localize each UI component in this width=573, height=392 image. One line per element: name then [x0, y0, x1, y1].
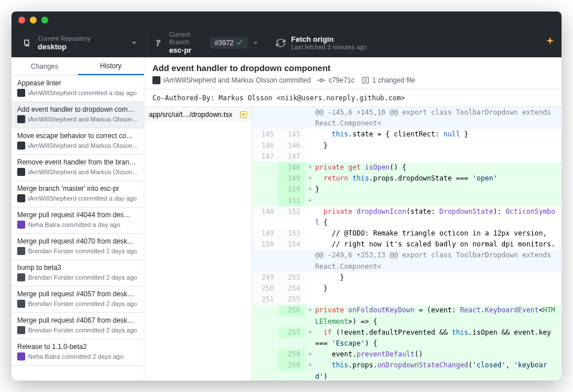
line-number-old: 148	[252, 206, 278, 217]
avatar	[17, 326, 25, 334]
titlebar	[11, 11, 562, 29]
commit-item-title: bump to beta3	[17, 264, 138, 272]
commit-item[interactable]: bump to beta3Brendan Forster committed 2…	[11, 260, 144, 287]
file-modified-icon	[240, 111, 247, 118]
commit-item[interactable]: Move escape behavior to correct co…iAmWi…	[11, 128, 144, 155]
avatar	[17, 273, 25, 281]
avatar	[17, 352, 25, 360]
sync-icon	[276, 38, 285, 48]
commit-item-meta: Brendan Forster committed 2 days ago	[28, 327, 137, 334]
commit-body: Co-Authored-By: Markus Olsson <niik@user…	[144, 89, 562, 107]
commit-item[interactable]: Merge pull request #4067 from desk…Brend…	[11, 313, 144, 339]
avatar	[17, 115, 25, 123]
chevron-down-icon	[131, 40, 137, 46]
avatar	[17, 194, 25, 202]
commit-item-meta: iAmWillShepherd and Markus Olsson…	[28, 168, 138, 175]
commit-item-meta: iAmWillShepherd and Markus Olsson…	[28, 142, 138, 149]
tab-history[interactable]: History	[78, 57, 144, 75]
commit-item[interactable]: Merge pull request #4070 from desk…Brend…	[11, 234, 144, 260]
diff-line: 148152 private dropdownIcon(state: Dropd…	[252, 206, 562, 228]
diff-marker: +	[305, 184, 315, 195]
diff-line: 146146 }	[252, 140, 562, 151]
avatar	[17, 168, 25, 176]
commit-item[interactable]: Merge pull request #4044 from des…Neha B…	[11, 207, 144, 234]
line-number-old: 147	[252, 151, 278, 162]
commit-item-meta: Neha Batra committed a day ago	[28, 221, 120, 228]
chevron-down-icon	[253, 40, 258, 46]
diff-code: return this.props.dropdownState === 'ope…	[315, 173, 562, 184]
window-minimize-button[interactable]	[30, 17, 37, 23]
branch-icon	[156, 38, 163, 48]
diff-line: 258+ event.preventDefault()	[252, 349, 562, 360]
history-list[interactable]: Appease linteriAmWillShepherd committed …	[11, 76, 144, 381]
commit-item[interactable]: Release to 1.1.0-beta2Neha Batra committ…	[11, 339, 144, 366]
diff-code: private get isOpen() {	[315, 162, 562, 173]
diff-marker: +	[305, 162, 315, 173]
diff-icon	[362, 76, 370, 84]
file-item[interactable]: app/src/ui/t…/dropdown.tsx	[144, 107, 252, 122]
diff-line: 145145 this.state = { clientRect: null }	[252, 129, 562, 140]
file-list: app/src/ui/t…/dropdown.tsx	[144, 107, 252, 381]
fetch-meta: Last fetched 3 minutes ago	[291, 44, 367, 51]
pr-badge[interactable]: #3972	[210, 37, 247, 49]
toolbar: Current Repository desktop Current Branc…	[11, 29, 562, 57]
diff-line: 148+private get isOpen() {	[252, 162, 562, 173]
repository-selector[interactable]: Current Repository desktop	[14, 29, 147, 57]
diff-code: }	[315, 283, 562, 294]
avatar	[17, 221, 25, 229]
diff-marker: +	[305, 349, 315, 360]
commit-item[interactable]: Add event handler to dropdown com…iAmWil…	[11, 102, 144, 128]
commit-header: Add event handler to dropdown component …	[144, 57, 562, 89]
commit-icon	[317, 76, 325, 84]
commit-item-meta: Neha Batra committed 2 days ago	[28, 353, 123, 360]
commit-authors: iAmWillShepherd and Markus Olsson commit…	[163, 76, 311, 84]
commit-item-title: Add event handler to dropdown com…	[17, 105, 138, 113]
diff-line: 149+ return this.props.dropdownState ===…	[252, 173, 562, 184]
avatar	[17, 142, 25, 150]
files-changed: 1 changed file	[372, 76, 415, 84]
diff-code: // right now it's scaled badly on normal…	[315, 239, 562, 250]
tab-changes[interactable]: Changes	[11, 57, 78, 75]
commit-item[interactable]: Merge branch 'master' into esc-priAmWill…	[11, 181, 144, 207]
commit-title: Add event handler to dropdown component	[152, 63, 554, 73]
line-number-new: 150	[278, 184, 305, 195]
line-number-new: 147	[278, 151, 305, 162]
avatar	[152, 76, 160, 84]
fetch-button[interactable]: Fetch origin Last fetched 3 minutes ago	[267, 29, 376, 57]
diff-line: 256+private onFoldoutKeyDown = (event: R…	[252, 305, 562, 327]
avatar	[17, 247, 25, 255]
commit-item[interactable]: Appease linteriAmWillShepherd committed …	[11, 76, 144, 102]
svg-point-0	[320, 79, 323, 82]
diff-line: 259+ this.props.onDropdownStateChanged('…	[252, 360, 562, 381]
commit-item[interactable]: Remove event handler from the bran…iAmWi…	[11, 155, 144, 181]
diff-code: }	[315, 184, 562, 195]
line-number-old: 149	[252, 228, 278, 239]
avatar	[17, 89, 25, 97]
line-number-new: 148	[278, 162, 305, 173]
commit-item-meta: iAmWillShepherd committed a day ago	[28, 195, 137, 202]
diff-marker: +	[305, 305, 315, 316]
line-number-new: 259	[278, 360, 305, 371]
window-maximize-button[interactable]	[41, 17, 48, 23]
diff-view[interactable]: @@ -145,6 +145,10 @@ export class Toolba…	[252, 107, 562, 381]
diff-marker: +	[305, 173, 315, 184]
diff-code: // @TODO: Remake triangle octicon in a 1…	[315, 228, 562, 239]
diff-line: 150154 // right now it's scaled badly on…	[252, 239, 562, 250]
commit-item[interactable]: Merge pull request #4057 from desk…Brend…	[11, 287, 144, 313]
commit-item-title: Move escape behavior to correct co…	[17, 132, 138, 140]
diff-code: private dropdownIcon(state: DropdownStat…	[315, 206, 562, 228]
line-number-new: 154	[278, 239, 305, 250]
diff-marker: +	[305, 327, 315, 338]
avatar	[17, 300, 25, 308]
commit-item-title: Merge pull request #4057 from desk…	[17, 290, 138, 298]
commit-item-title: Merge pull request #4070 from desk…	[17, 237, 138, 245]
diff-line: @@ -145,6 +145,10 @@ export class Toolba…	[252, 107, 562, 129]
commit-item-title: Release to 1.1.0-beta2	[17, 343, 138, 351]
branch-selector[interactable]: Current Branch esc-pr #3972	[147, 29, 267, 57]
sidebar: Changes History Appease linteriAmWillShe…	[11, 57, 144, 381]
line-number-old: 250	[252, 283, 278, 294]
line-number-old: 146	[252, 140, 278, 151]
diff-line: 149153 // @TODO: Remake triangle octicon…	[252, 228, 562, 239]
commit-item-meta: iAmWillShepherd committed a day ago	[28, 89, 137, 96]
window-close-button[interactable]	[18, 17, 25, 23]
